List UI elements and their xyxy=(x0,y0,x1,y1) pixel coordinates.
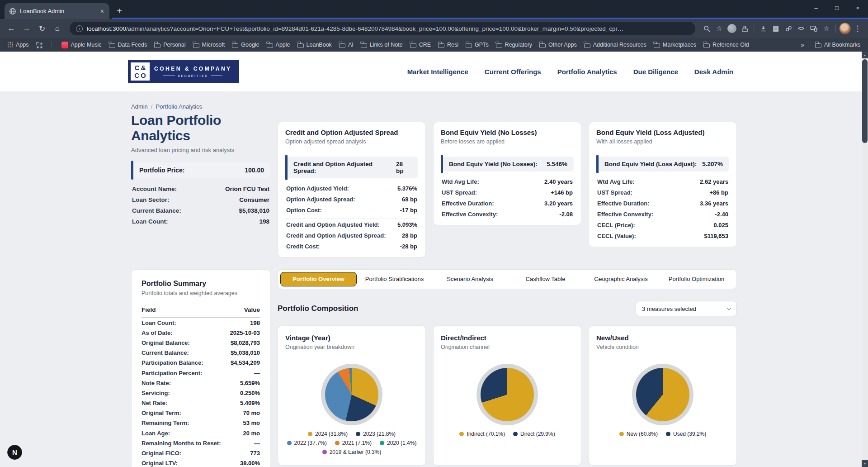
bookmark-item[interactable]: Marketplaces xyxy=(651,40,699,49)
charts-row: Vintage (Year) Origination year breakdow… xyxy=(278,325,737,466)
bookmark-item[interactable]: Microsoft xyxy=(190,40,228,49)
extensions-puzzle-icon[interactable] xyxy=(739,23,750,34)
summary-label: As of Date: xyxy=(142,329,173,336)
nav-link[interactable]: Current Offerings xyxy=(485,68,541,76)
analytics-tab[interactable]: Portfolio Overview xyxy=(280,272,357,286)
scroll-up-icon[interactable]: ▲ xyxy=(862,52,868,58)
metric-highlight: Credit and Option Adjusted Spread: 28 bp xyxy=(287,157,418,178)
analytics-tab[interactable]: Cashflow Table xyxy=(508,272,583,286)
bookmark-star-icon[interactable]: ☆ xyxy=(713,23,725,34)
breadcrumb-portfolio-analytics[interactable]: Portfolio Analytics xyxy=(156,103,202,110)
bookmark-item[interactable]: Apps xyxy=(5,40,32,49)
nav-link[interactable]: Due Diligence xyxy=(633,68,678,76)
browser-tab[interactable]: LoanBook Admin × xyxy=(5,3,109,19)
account-info-row: Current Balance: $5,038,010 xyxy=(131,205,270,216)
find-in-page-icon[interactable] xyxy=(701,23,712,34)
extension-globe-icon[interactable] xyxy=(726,23,738,34)
analytics-tab[interactable]: Portfolio Optimization xyxy=(659,272,734,286)
summary-row: Remaining Term: 53 mo xyxy=(142,418,260,428)
all-bookmarks-button[interactable]: All Bookmarks xyxy=(812,40,863,49)
bookmark-icon xyxy=(36,42,42,48)
measures-dropdown[interactable]: 3 measures selected xyxy=(636,301,737,316)
scroll-down-icon[interactable]: ▼ xyxy=(862,460,868,467)
analytics-tab[interactable]: Scenario Analysis xyxy=(432,272,508,286)
legend-dot xyxy=(666,432,670,436)
ext-code-icon[interactable]: <> xyxy=(795,23,807,34)
site-info-icon[interactable]: i xyxy=(76,25,83,32)
analytics-tab[interactable]: Geographic Analysis xyxy=(583,272,659,286)
chart-title: Vintage (Year) xyxy=(285,334,418,342)
bookmark-item[interactable]: LoanBook xyxy=(294,40,335,49)
forward-icon[interactable]: → xyxy=(20,22,33,35)
bookmark-item[interactable]: Google xyxy=(229,40,262,49)
bookmark-item[interactable]: Additional Resources xyxy=(581,40,650,49)
ext-star-icon[interactable]: ☆ xyxy=(821,23,832,34)
back-icon[interactable]: ← xyxy=(5,22,18,35)
legend-item: 2023 (21.8%) xyxy=(356,431,396,437)
bookmarks-overflow-icon[interactable]: » xyxy=(801,41,804,48)
bookmark-item[interactable]: CRE xyxy=(407,40,434,49)
summary-value: — xyxy=(254,440,260,447)
page-scrollbar[interactable]: ▲ ▼ xyxy=(862,52,868,467)
bookmark-item[interactable] xyxy=(33,41,45,49)
metric-value: -2.40 xyxy=(715,211,728,218)
field-value: Orion FCU Test xyxy=(225,186,269,192)
summary-value: 2025-10-03 xyxy=(230,329,260,336)
nav-link[interactable]: Market Intelligence xyxy=(407,68,468,76)
address-bar[interactable]: i localhost:3000/admin/analytics?account… xyxy=(70,22,695,35)
bookmark-item[interactable]: Apple Music xyxy=(58,40,105,50)
url-path: /admin/analytics?account=Orion+FCU+Test&… xyxy=(126,25,623,32)
bookmark-icon xyxy=(154,43,160,48)
reload-icon[interactable]: ↻ xyxy=(35,22,49,35)
bookmark-item[interactable]: Resi xyxy=(435,40,462,49)
bookmark-item[interactable]: Personal xyxy=(151,40,189,49)
ext-table-icon[interactable]: ▦ xyxy=(770,23,782,34)
summary-label: Remaining Term: xyxy=(142,419,189,426)
field-label: Loan Sector: xyxy=(132,196,170,203)
metric-value: 68 bp xyxy=(402,196,417,203)
metric-label: Wtd Avg Life: xyxy=(442,178,479,185)
bookmark-item[interactable]: GPTs xyxy=(462,40,492,49)
maximize-button[interactable]: □ xyxy=(826,0,847,15)
bookmark-item[interactable]: AI xyxy=(336,40,357,49)
scrollbar-thumb[interactable] xyxy=(862,59,868,143)
close-button[interactable]: × xyxy=(847,0,868,15)
bookmark-item[interactable]: Links of Note xyxy=(358,40,406,49)
highlight-value: 5.207% xyxy=(702,161,723,167)
new-used-card: New/Used Vehicle condition New (60.8%) xyxy=(589,325,737,466)
analytics-tab[interactable]: Portfolio Stratifications xyxy=(357,272,432,286)
tab-close-icon[interactable]: × xyxy=(99,8,105,15)
metric-value: +86 bp xyxy=(709,189,728,196)
chart-legend: New (60.8%) Used (39.2%) xyxy=(596,431,729,437)
metric-card-title: Bond Equiv Yield (Loss Adjusted) xyxy=(596,129,729,136)
bookmarks-bar: Apps Apple Music xyxy=(0,38,868,52)
metric-card-subtitle: Before losses are applied xyxy=(441,138,574,145)
metric-label: Option Adjusted Spread: xyxy=(286,196,355,203)
metric-value: -17 bp xyxy=(400,207,417,214)
breadcrumb-admin[interactable]: Admin xyxy=(131,103,148,110)
legend-dot xyxy=(619,432,624,436)
browser-window: LoanBook Admin × + – □ × ← → ↻ ⌂ i local… xyxy=(0,0,868,467)
profile-avatar[interactable] xyxy=(839,23,851,34)
ext-download-icon[interactable] xyxy=(757,23,769,34)
bookmark-icon xyxy=(109,43,115,48)
legend-label: 2023 (21.8%) xyxy=(363,431,396,437)
home-icon[interactable]: ⌂ xyxy=(51,22,64,35)
nextjs-dev-badge[interactable]: N xyxy=(7,445,22,460)
ext-link-icon[interactable] xyxy=(783,23,794,34)
composition-title: Portfolio Composition xyxy=(278,304,358,313)
ext-devices-icon[interactable] xyxy=(808,23,820,34)
new-tab-button[interactable]: + xyxy=(113,5,126,17)
bookmark-item[interactable]: Other Apps xyxy=(536,40,580,49)
bookmark-item[interactable]: Data Feeds xyxy=(106,40,151,49)
company-logo[interactable]: C& CO COHEN & COMPANY SECURITIES xyxy=(128,60,239,83)
nav-link[interactable]: Portfolio Analytics xyxy=(557,68,617,76)
menu-kebab-icon[interactable]: ⋮ xyxy=(852,23,863,34)
pie-ring xyxy=(632,364,693,425)
bookmark-item[interactable]: Reference Old xyxy=(700,40,752,49)
bookmark-item[interactable]: Regulatory xyxy=(493,40,535,49)
bookmark-item[interactable] xyxy=(46,40,57,50)
bookmark-item[interactable]: Apple xyxy=(264,40,293,49)
minimize-button[interactable]: – xyxy=(806,0,826,15)
nav-link[interactable]: Desk Admin xyxy=(694,68,733,76)
